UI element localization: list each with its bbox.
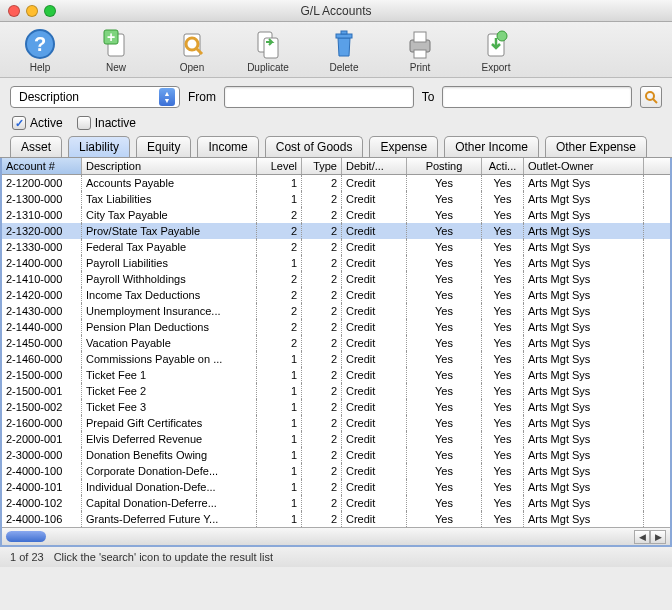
scroll-right-button[interactable]: ▶ bbox=[650, 530, 666, 544]
table-row[interactable]: 2-1500-001Ticket Fee 212CreditYesYesArts… bbox=[2, 383, 670, 399]
cell-dc: Credit bbox=[342, 367, 407, 383]
cell-acct: 2-4000-106 bbox=[2, 511, 82, 527]
search-button[interactable] bbox=[640, 86, 662, 108]
table-row[interactable]: 2-1310-000City Tax Payable22CreditYesYes… bbox=[2, 207, 670, 223]
table-row[interactable]: 2-1500-000Ticket Fee 112CreditYesYesArts… bbox=[2, 367, 670, 383]
cell-desc: Vacation Payable bbox=[82, 335, 257, 351]
to-input[interactable] bbox=[442, 86, 632, 108]
table-row[interactable]: 2-1300-000Tax Liabilities12CreditYesYesA… bbox=[2, 191, 670, 207]
cell-level: 1 bbox=[257, 383, 302, 399]
tab-cost-of-goods[interactable]: Cost of Goods bbox=[265, 136, 364, 157]
cell-owner: Arts Mgt Sys bbox=[524, 223, 644, 239]
scroll-thumb[interactable] bbox=[6, 531, 46, 542]
filter-row: Description ▲▼ From To bbox=[0, 78, 672, 116]
table-row[interactable]: 2-1330-000Federal Tax Payable22CreditYes… bbox=[2, 239, 670, 255]
table-row[interactable]: 2-1600-000Prepaid Gift Certificates12Cre… bbox=[2, 415, 670, 431]
duplicate-button[interactable]: Duplicate bbox=[240, 28, 296, 73]
tab-other-income[interactable]: Other Income bbox=[444, 136, 539, 157]
table-row[interactable]: 2-1420-000Income Tax Deductions22CreditY… bbox=[2, 287, 670, 303]
cell-desc: City Tax Payable bbox=[82, 207, 257, 223]
checkbox-icon: ✓ bbox=[12, 116, 26, 130]
cell-level: 2 bbox=[257, 303, 302, 319]
column-header[interactable]: Type bbox=[302, 158, 342, 174]
scroll-left-button[interactable]: ◀ bbox=[634, 530, 650, 544]
tab-income[interactable]: Income bbox=[197, 136, 258, 157]
table-row[interactable]: 2-1200-000Accounts Payable12CreditYesYes… bbox=[2, 175, 670, 191]
open-button[interactable]: Open bbox=[164, 28, 220, 73]
column-header[interactable]: Description bbox=[82, 158, 257, 174]
svg-point-16 bbox=[497, 31, 507, 41]
cell-desc: Payroll Withholdings bbox=[82, 271, 257, 287]
table-row[interactable]: 2-3000-000Donation Benefits Owing12Credi… bbox=[2, 447, 670, 463]
cell-level: 2 bbox=[257, 335, 302, 351]
cell-posting: Yes bbox=[407, 287, 482, 303]
tab-asset[interactable]: Asset bbox=[10, 136, 62, 157]
column-header[interactable]: Acti... bbox=[482, 158, 524, 174]
cell-posting: Yes bbox=[407, 431, 482, 447]
cell-dc: Credit bbox=[342, 335, 407, 351]
table-row[interactable]: 2-4000-106Grants-Deferred Future Y...12C… bbox=[2, 511, 670, 527]
svg-rect-14 bbox=[414, 50, 426, 58]
cell-dc: Credit bbox=[342, 255, 407, 271]
table-row[interactable]: 2-1500-002Ticket Fee 312CreditYesYesArts… bbox=[2, 399, 670, 415]
tabs: AssetLiabilityEquityIncomeCost of GoodsE… bbox=[0, 136, 672, 158]
help-button[interactable]: ?Help bbox=[12, 28, 68, 73]
table-row[interactable]: 2-1450-000Vacation Payable22CreditYesYes… bbox=[2, 335, 670, 351]
cell-desc: Ticket Fee 1 bbox=[82, 367, 257, 383]
cell-posting: Yes bbox=[407, 415, 482, 431]
cell-dc: Credit bbox=[342, 447, 407, 463]
table-row[interactable]: 2-1400-000Payroll Liabilities12CreditYes… bbox=[2, 255, 670, 271]
field-select[interactable]: Description ▲▼ bbox=[10, 86, 180, 108]
column-header[interactable]: Posting bbox=[407, 158, 482, 174]
cell-dc: Credit bbox=[342, 303, 407, 319]
cell-type: 2 bbox=[302, 191, 342, 207]
tab-expense[interactable]: Expense bbox=[369, 136, 438, 157]
cell-level: 1 bbox=[257, 511, 302, 527]
column-header[interactable]: Debit/... bbox=[342, 158, 407, 174]
column-header[interactable]: Level bbox=[257, 158, 302, 174]
cell-posting: Yes bbox=[407, 463, 482, 479]
cell-posting: Yes bbox=[407, 271, 482, 287]
column-header[interactable]: Outlet-Owner bbox=[524, 158, 644, 174]
svg-text:+: + bbox=[107, 29, 115, 45]
export-button[interactable]: Export bbox=[468, 28, 524, 73]
print-button[interactable]: Print bbox=[392, 28, 448, 73]
cell-desc: Income Tax Deductions bbox=[82, 287, 257, 303]
delete-button[interactable]: Delete bbox=[316, 28, 372, 73]
new-button[interactable]: +New bbox=[88, 28, 144, 73]
table-row[interactable]: 2-4000-100Corporate Donation-Defe...12Cr… bbox=[2, 463, 670, 479]
account-table: Account #DescriptionLevelTypeDebit/...Po… bbox=[0, 158, 672, 547]
cell-acct: 2-1320-000 bbox=[2, 223, 82, 239]
active-checkbox[interactable]: ✓ Active bbox=[12, 116, 63, 130]
tab-other-expense[interactable]: Other Expense bbox=[545, 136, 647, 157]
status-hint: Click the 'search' icon to update the re… bbox=[54, 551, 273, 563]
cell-type: 2 bbox=[302, 287, 342, 303]
cell-owner: Arts Mgt Sys bbox=[524, 399, 644, 415]
cell-level: 2 bbox=[257, 271, 302, 287]
table-row[interactable]: 2-1320-000Prov/State Tax Payable22Credit… bbox=[2, 223, 670, 239]
table-row[interactable]: 2-1440-000Pension Plan Deductions22Credi… bbox=[2, 319, 670, 335]
table-row[interactable]: 2-2000-001Elvis Deferred Revenue12Credit… bbox=[2, 431, 670, 447]
column-header[interactable]: Account # bbox=[2, 158, 82, 174]
cell-dc: Credit bbox=[342, 351, 407, 367]
from-input[interactable] bbox=[224, 86, 414, 108]
cell-type: 2 bbox=[302, 239, 342, 255]
horizontal-scrollbar[interactable]: ◀ ▶ bbox=[2, 527, 670, 545]
cell-level: 1 bbox=[257, 255, 302, 271]
cell-dc: Credit bbox=[342, 207, 407, 223]
toolbar-label: Export bbox=[468, 62, 524, 73]
cell-owner: Arts Mgt Sys bbox=[524, 351, 644, 367]
tab-liability[interactable]: Liability bbox=[68, 136, 130, 157]
cell-level: 2 bbox=[257, 239, 302, 255]
toolbar: ?Help+NewOpenDuplicateDeletePrintExport bbox=[0, 22, 672, 78]
cell-acct: 2-1310-000 bbox=[2, 207, 82, 223]
table-row[interactable]: 2-4000-101Individual Donation-Defe...12C… bbox=[2, 479, 670, 495]
table-row[interactable]: 2-1460-000Commissions Payable on ...12Cr… bbox=[2, 351, 670, 367]
table-row[interactable]: 2-4000-102Capital Donation-Deferre...12C… bbox=[2, 495, 670, 511]
tab-equity[interactable]: Equity bbox=[136, 136, 191, 157]
table-row[interactable]: 2-1410-000Payroll Withholdings22CreditYe… bbox=[2, 271, 670, 287]
table-row[interactable]: 2-1430-000Unemployment Insurance...22Cre… bbox=[2, 303, 670, 319]
cell-active: Yes bbox=[482, 415, 524, 431]
inactive-checkbox[interactable]: Inactive bbox=[77, 116, 136, 130]
cell-dc: Credit bbox=[342, 399, 407, 415]
